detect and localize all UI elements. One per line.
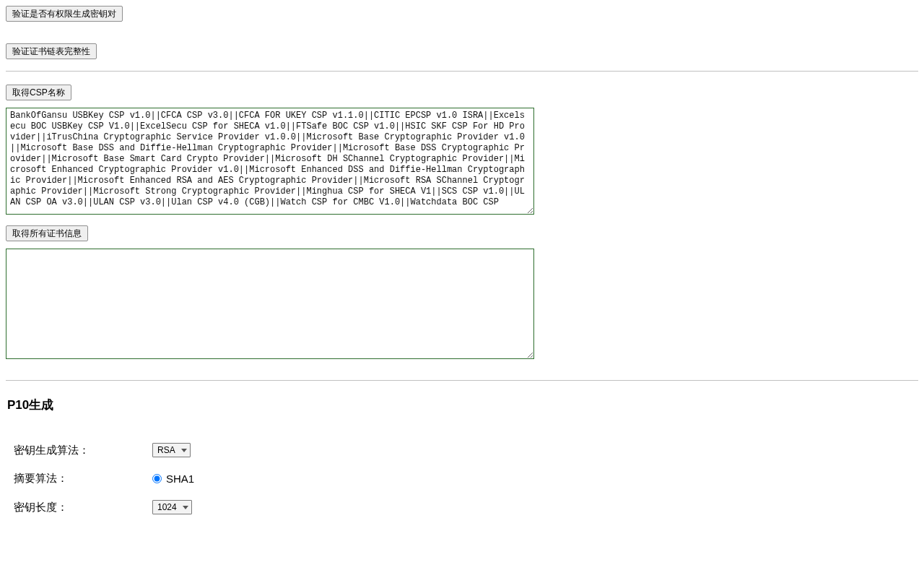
- divider: [6, 380, 918, 381]
- divider: [6, 71, 918, 72]
- chevron-down-icon: [183, 506, 188, 509]
- p10-form: 密钥生成算法： RSA 摘要算法： SHA1 密钥长度： 1024: [13, 429, 195, 528]
- key-length-select[interactable]: 1024: [152, 500, 192, 514]
- csp-name-textarea[interactable]: [6, 108, 534, 215]
- cert-info-textarea[interactable]: [6, 249, 534, 359]
- chevron-down-icon: [181, 449, 187, 452]
- key-length-value: 1024: [157, 502, 183, 512]
- digest-algorithm-sha1-input[interactable]: [152, 474, 162, 483]
- digest-algorithm-sha1-text: SHA1: [166, 473, 194, 485]
- key-length-label: 密钥长度：: [13, 499, 152, 515]
- get-all-cert-info-button[interactable]: 取得所有证书信息: [6, 225, 88, 241]
- verify-keygen-permission-button[interactable]: 验证是否有权限生成密钥对: [6, 6, 123, 22]
- p10-heading: P10生成: [6, 397, 918, 413]
- get-csp-name-button[interactable]: 取得CSP名称: [6, 85, 71, 100]
- key-algorithm-label: 密钥生成算法：: [13, 442, 152, 458]
- digest-algorithm-label: 摘要算法：: [13, 471, 152, 486]
- digest-algorithm-sha1-radio[interactable]: SHA1: [152, 473, 194, 485]
- verify-cert-chain-integrity-button[interactable]: 验证证书链表完整性: [6, 43, 97, 59]
- key-algorithm-select[interactable]: RSA: [152, 443, 191, 457]
- key-algorithm-value: RSA: [157, 445, 181, 455]
